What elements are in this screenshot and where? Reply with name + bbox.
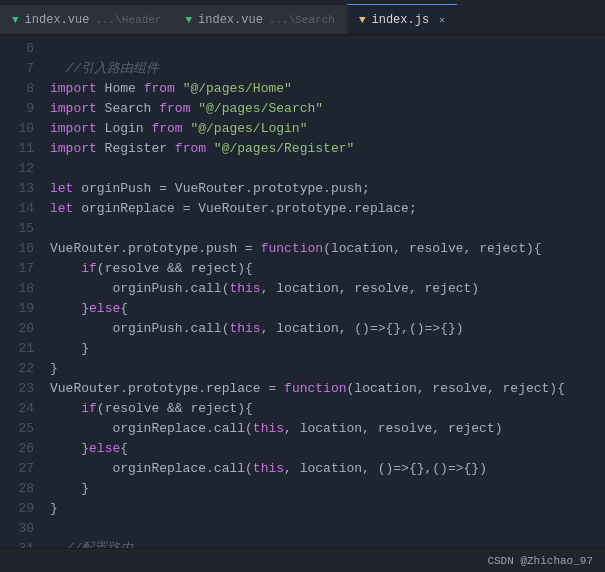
code-line: let orginReplace = VueRouter.prototype.r… <box>50 199 605 219</box>
status-bar: CSDN @Zhichao_97 <box>0 548 605 572</box>
plain-token: (location, resolve, reject){ <box>347 381 565 396</box>
keyword-token: else <box>89 441 120 456</box>
code-line: orginReplace.call(this, location, ()=>{}… <box>50 459 605 479</box>
operator-token: = <box>245 241 253 256</box>
tab-name-2: index.vue <box>198 13 263 27</box>
comment-token: //引入路由组件 <box>50 61 159 76</box>
keyword-token: import <box>50 81 97 96</box>
keyword-token: function <box>261 241 323 256</box>
line-number: 14 <box>0 199 34 219</box>
plain-token: call( <box>214 421 253 436</box>
status-text: CSDN @Zhichao_97 <box>487 555 593 567</box>
plain-token: (resolve <box>97 401 167 416</box>
plain-token: call( <box>190 321 229 336</box>
code-line <box>50 519 605 539</box>
operator-token: = <box>159 181 167 196</box>
plain-token: push <box>206 241 245 256</box>
string-token: "@/pages/Home" <box>183 81 292 96</box>
operator-token: => <box>393 461 409 476</box>
code-line <box>50 219 605 239</box>
line-number: 27 <box>0 459 34 479</box>
plain-token: VueRouter <box>50 241 120 256</box>
keyword-token: from <box>159 101 190 116</box>
keyword-token: import <box>50 141 97 156</box>
keyword-token: this <box>229 321 260 336</box>
code-line: }else{ <box>50 299 605 319</box>
line-number: 25 <box>0 419 34 439</box>
code-line: } <box>50 499 605 519</box>
plain-token: reject){ <box>183 261 253 276</box>
code-line: } <box>50 339 605 359</box>
plain-token <box>276 381 284 396</box>
plain-token: prototype <box>128 381 198 396</box>
line-number: 7 <box>0 59 34 79</box>
plain-token: (location, resolve, reject){ <box>323 241 541 256</box>
line-number: 10 <box>0 119 34 139</box>
line-number: 13 <box>0 179 34 199</box>
plain-token: VueRouter <box>167 181 245 196</box>
code-line: import Search from "@/pages/Search" <box>50 99 605 119</box>
plain-token: {},() <box>386 321 425 336</box>
keyword-token: else <box>89 301 120 316</box>
tab-bar: ▼ index.vue ...\Header ▼ index.vue ...\S… <box>0 0 605 35</box>
line-number: 19 <box>0 299 34 319</box>
keyword-token: this <box>253 461 284 476</box>
plain-token <box>50 441 81 456</box>
js-icon: ▼ <box>359 14 366 26</box>
plain-token: prototype <box>276 201 346 216</box>
code-line: } <box>50 479 605 499</box>
code-line: }else{ <box>50 439 605 459</box>
keyword-token: this <box>253 421 284 436</box>
plain-token: , location, resolve, reject) <box>284 421 502 436</box>
line-number: 23 <box>0 379 34 399</box>
plain-token: push; <box>331 181 370 196</box>
string-token: "@/pages/Login" <box>190 121 307 136</box>
tab-close-button[interactable]: ✕ <box>439 14 445 26</box>
line-number: 21 <box>0 339 34 359</box>
operator-token: && <box>167 261 183 276</box>
tab-header[interactable]: ▼ index.vue ...\Header <box>0 4 173 34</box>
line-number: 30 <box>0 519 34 539</box>
plain-token <box>175 81 183 96</box>
plain-token: VueRouter <box>190 201 268 216</box>
line-number: 15 <box>0 219 34 239</box>
code-line: //引入路由组件 <box>50 59 605 79</box>
tab-search[interactable]: ▼ index.vue ...\Search <box>173 4 346 34</box>
operator-token: . <box>206 461 214 476</box>
plain-token: orginReplace <box>50 421 206 436</box>
code-line: import Home from "@/pages/Home" <box>50 79 605 99</box>
plain-token: reject){ <box>183 401 253 416</box>
keyword-token: this <box>229 281 260 296</box>
operator-token: => <box>425 321 441 336</box>
tab-index-js[interactable]: ▼ index.js ✕ <box>347 4 457 34</box>
plain-token: call( <box>190 281 229 296</box>
line-number: 31 <box>0 539 34 548</box>
vue-icon: ▼ <box>12 14 19 26</box>
plain-token: replace; <box>354 201 416 216</box>
plain-token: (resolve <box>97 261 167 276</box>
code-line: orginReplace.call(this, location, resolv… <box>50 419 605 439</box>
keyword-token: import <box>50 121 97 136</box>
line-number: 17 <box>0 259 34 279</box>
comment-token: //配置路由 <box>50 541 133 548</box>
keyword-token: function <box>284 381 346 396</box>
line-number: 20 <box>0 319 34 339</box>
line-number: 22 <box>0 359 34 379</box>
code-line <box>50 39 605 59</box>
code-editor: 6789101112131415161718192021222324252627… <box>0 35 605 548</box>
vue-icon-2: ▼ <box>185 14 192 26</box>
plain-token: } <box>50 361 58 376</box>
plain-token: VueRouter <box>50 381 120 396</box>
plain-token: } <box>50 341 89 356</box>
line-number: 26 <box>0 439 34 459</box>
operator-token: . <box>323 181 331 196</box>
plain-token: call( <box>214 461 253 476</box>
line-number: 28 <box>0 479 34 499</box>
plain-token: Register <box>97 141 175 156</box>
line-number: 16 <box>0 239 34 259</box>
code-content[interactable]: //引入路由组件import Home from "@/pages/Home"i… <box>42 35 605 548</box>
operator-token: && <box>167 401 183 416</box>
line-number-gutter: 6789101112131415161718192021222324252627… <box>0 35 42 548</box>
plain-token <box>50 401 81 416</box>
plain-token: {},() <box>409 461 448 476</box>
